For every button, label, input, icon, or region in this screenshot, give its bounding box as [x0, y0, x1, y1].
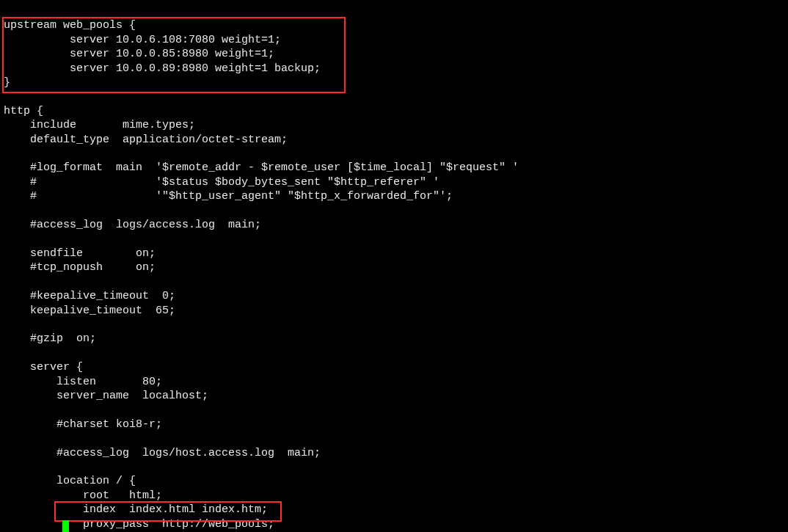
config-line: listen 80;: [4, 376, 162, 388]
config-line: #access_log logs/access.log main;: [4, 219, 261, 231]
config-line: #tcp_nopush on;: [4, 261, 156, 274]
config-line: }: [4, 76, 10, 89]
config-line: index index.html index.htm;: [4, 503, 268, 516]
config-line: include mime.types;: [4, 119, 195, 131]
config-line: #keepalive_timeout 0;: [4, 290, 175, 302]
config-line: default_type application/octet-stream;: [4, 134, 288, 146]
config-line: #charset koi8-r;: [4, 418, 162, 431]
config-line: server 10.0.0.89:8980 weight=1 backup;: [4, 62, 321, 75]
config-line: root html;: [4, 489, 162, 502]
config-line: sendfile on;: [4, 247, 156, 260]
config-line: proxy_pass http://web_pools;: [4, 518, 274, 531]
config-line: server 10.0.0.85:8980 weight=1;: [4, 48, 274, 60]
config-line: server 10.0.6.108:7080 weight=1;: [4, 34, 281, 46]
config-line: http {: [4, 105, 43, 117]
config-line: #log_format main '$remote_addr - $remote…: [4, 161, 519, 174]
config-line: # '$status $body_bytes_sent "$http_refer…: [4, 176, 439, 189]
config-line: keepalive_timeout 65;: [4, 305, 175, 317]
config-line: server_name localhost;: [4, 390, 208, 402]
config-line: # '"$http_user_agent" "$http_x_forwarded…: [4, 190, 453, 203]
config-line: #gzip on;: [4, 332, 96, 345]
config-line: server {: [4, 361, 83, 374]
terminal-editor[interactable]: upstream web_pools { server 10.0.6.108:7…: [0, 0, 788, 532]
config-line: #access_log logs/host.access.log main;: [4, 447, 321, 459]
config-line: upstream web_pools {: [4, 19, 136, 32]
config-line: location / {: [4, 475, 136, 487]
cursor: [62, 520, 69, 532]
